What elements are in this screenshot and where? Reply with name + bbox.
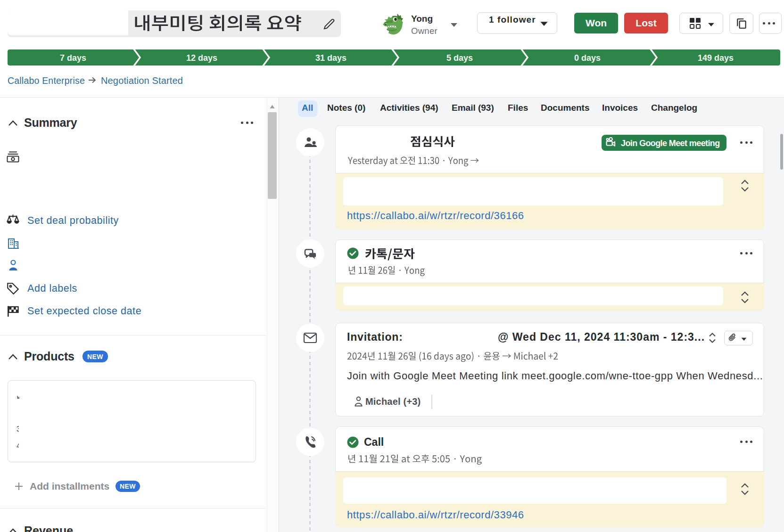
svg-text:12 days: 12 days — [186, 53, 217, 63]
svg-text:7 days: 7 days — [60, 53, 86, 63]
svg-text:0 days: 0 days — [574, 53, 601, 63]
svg-text:5 days: 5 days — [446, 53, 473, 63]
svg-text:149 days: 149 days — [698, 53, 734, 63]
svg-text:31 days: 31 days — [315, 53, 347, 63]
